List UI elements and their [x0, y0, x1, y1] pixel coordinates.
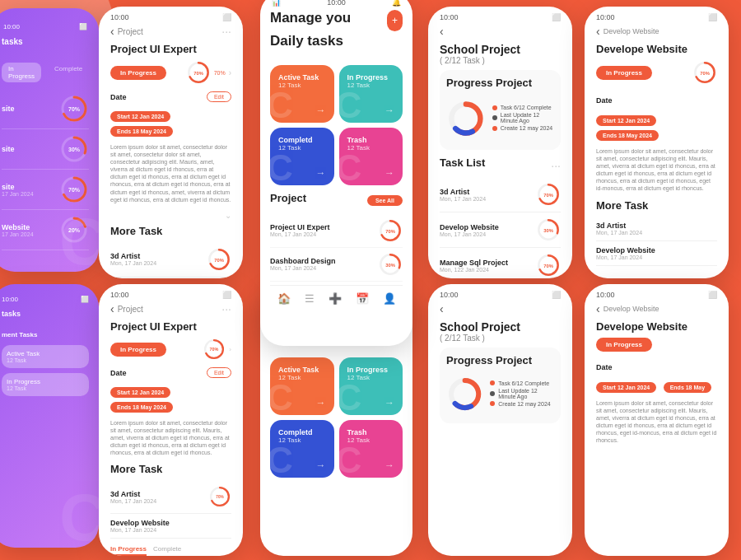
bl-task-cards: Active Task 12 Task In Progress 12 Task [2, 345, 89, 396]
bc-active-card[interactable]: Active Task 12 Task → C [270, 357, 334, 415]
school-project-sub: ( 2/12 Task ) [440, 56, 561, 65]
bfr-topbar: 10:00 ⬜ [585, 284, 729, 302]
bl-card1-count: 12 Task [7, 357, 84, 363]
far-right-body-text: Lorem ipsum dolor sit amet, consectetur … [596, 147, 717, 193]
left-main-phone: 10:00 ⬜ ‹ Project ··· Project UI Expert … [99, 7, 243, 278]
svg-text:70%: 70% [543, 264, 553, 268]
legend-item-3: Create 12 may 2024 [492, 125, 554, 131]
br-dot-2 [490, 391, 495, 396]
bl-management-label: ment Tasks [2, 331, 89, 338]
svg-text:20%: 20% [68, 227, 81, 233]
project-item-1[interactable]: Project UI Expert Mon, 17 Jan 2024 70% [270, 214, 403, 248]
task-list-more[interactable]: ··· [551, 159, 561, 172]
bl-back-btn[interactable]: ‹ [110, 302, 114, 315]
bl-tab-complete[interactable]: Complete [153, 545, 181, 556]
date-start-badge: Start 12 Jan 2024 [110, 111, 170, 122]
project2-name: Dashboard Design [270, 257, 336, 265]
bl-tab-inprogress[interactable]: In Progress [110, 545, 147, 556]
tab-complete[interactable]: Complete [48, 63, 89, 82]
svg-text:70%: 70% [700, 71, 710, 76]
bl-chevron[interactable]: › [229, 346, 231, 353]
svg-text:70%: 70% [543, 193, 553, 198]
bottom-far-left-phone: C 10:00 ⬜ tasks ment Tasks Active Task 1… [0, 284, 99, 548]
bfr-date-start: Start 12 Jan 2024 [596, 382, 656, 393]
bc-trash-card[interactable]: Trash 12 Task → C [339, 420, 403, 478]
br-legend-text-1: Task 6/12 Complete [498, 380, 549, 386]
bfr-back[interactable]: ‹ [596, 302, 600, 315]
task-name-3: site [2, 183, 34, 191]
project-item-2[interactable]: Dashboard Design Mon, 17 Jan 2024 30% [270, 248, 403, 282]
br-back-btn[interactable]: ‹ [440, 302, 444, 315]
left-time: 10:00 [110, 13, 129, 21]
bc-completed-card[interactable]: Completd 12 Task → C [270, 420, 334, 478]
far-right-battery: ⬜ [708, 13, 717, 21]
nav-calendar-icon[interactable]: 📅 [356, 292, 369, 305]
far-right-status: In Progress [596, 66, 652, 80]
more-options-icon[interactable]: ··· [221, 25, 231, 38]
right-task3-ring: 70% [536, 253, 561, 278]
far-right-more-tasks: More Task [596, 199, 717, 212]
tab-in-progress[interactable]: In Progress [2, 63, 41, 82]
bl-more-tasks: More Task [110, 463, 231, 475]
bl-project-name: Project UI Expert [110, 320, 231, 333]
completed-task-card[interactable]: Completd 12 Task → C [270, 128, 334, 185]
bl-more-icon[interactable]: ··· [221, 302, 231, 315]
bl-phone-time: 10:00 [110, 291, 129, 299]
right-task-2: Develop Website Mon, 17 Jan 2024 30% [440, 212, 561, 248]
trash-card-arrow: → [384, 167, 394, 179]
project2-date: Mon, 17 Jan 2024 [270, 265, 336, 271]
task-name-2: site [2, 145, 15, 153]
nav-home-icon[interactable]: 🏠 [277, 292, 291, 305]
bl-task1-ring: 70% [208, 485, 231, 508]
legend-item-2: Last Update 12 Minute Ago [492, 112, 554, 124]
far-right-time: 10:00 [596, 13, 615, 21]
progress-pct-label: 70% [214, 70, 226, 76]
task1-name: 3d Artist [110, 252, 156, 260]
left-back-button[interactable]: ‹ [110, 25, 114, 38]
left-project-label: Project [118, 27, 143, 36]
svg-text:30%: 30% [68, 147, 81, 152]
svg-text:70%: 70% [216, 496, 224, 500]
bc-completed-title: Completd [278, 428, 326, 436]
left-battery: ⬜ [222, 13, 231, 21]
nav-list-icon[interactable]: ☰ [305, 292, 315, 305]
right-main-phone: 10:00 ⬜ ‹ School Project ( 2/12 Task ) P… [428, 7, 572, 278]
edit-button[interactable]: Edit [207, 91, 231, 102]
svg-text:70%: 70% [385, 228, 395, 233]
svg-text:30%: 30% [385, 262, 395, 267]
right-task1-name: 3d Artist [440, 188, 486, 196]
chevron-right-icon[interactable]: › [229, 68, 231, 77]
br-donut [446, 371, 483, 417]
bl-status: In Progress [110, 343, 166, 357]
far-right-date-start: Start 12 Jan 2024 [596, 115, 656, 126]
far-right-date-end: Ends 18 May 2024 [596, 130, 659, 141]
svg-text:30%: 30% [543, 228, 553, 233]
br-progress-label: Progress Project [446, 354, 554, 366]
project2-ring: 30% [378, 252, 403, 277]
nav-add-icon[interactable]: ➕ [329, 292, 342, 305]
progress-ring-1: 70% [59, 94, 89, 124]
active-task-card[interactable]: Active Task 12 Task → C [270, 65, 334, 123]
far-right-back[interactable]: ‹ [596, 25, 600, 38]
add-task-button[interactable]: + [387, 10, 403, 31]
svg-text:70%: 70% [193, 71, 203, 76]
bl-date-start: Start 12 Jan 2024 [110, 387, 170, 398]
br-legend-text-2: Last Update 12 Minute Ago [498, 388, 554, 399]
legend-text-1: Task 6/12 Complete [501, 105, 552, 110]
trash-task-card[interactable]: Trash 12 Task → C [339, 128, 403, 185]
right-time: 10:00 [440, 13, 459, 21]
inprogress-task-card[interactable]: In Progress 12 Task → C [339, 65, 403, 123]
right-back-button[interactable]: ‹ [440, 25, 444, 38]
br-legend-2: Last Update 12 Minute Ago [490, 388, 554, 399]
see-all-button[interactable]: See All [367, 195, 403, 206]
bc-inprogress-card[interactable]: In Progress 12 Task → C [339, 357, 403, 415]
nav-profile-icon[interactable]: 👤 [383, 292, 396, 305]
expand-icon[interactable]: ⌄ [225, 211, 231, 220]
right-phone-topbar: 10:00 ⬜ [428, 7, 572, 25]
legend-text-3: Create 12 may 2024 [501, 125, 552, 131]
left-phone-topbar: 10:00 ⬜ [99, 7, 243, 25]
bl-edit-btn[interactable]: Edit [207, 367, 231, 378]
right-task2-date: Mon, 17 Jan 2024 [440, 231, 499, 237]
task-date-3: 17 Jan 2024 [2, 191, 34, 197]
trash-card-deco: C [339, 147, 362, 185]
